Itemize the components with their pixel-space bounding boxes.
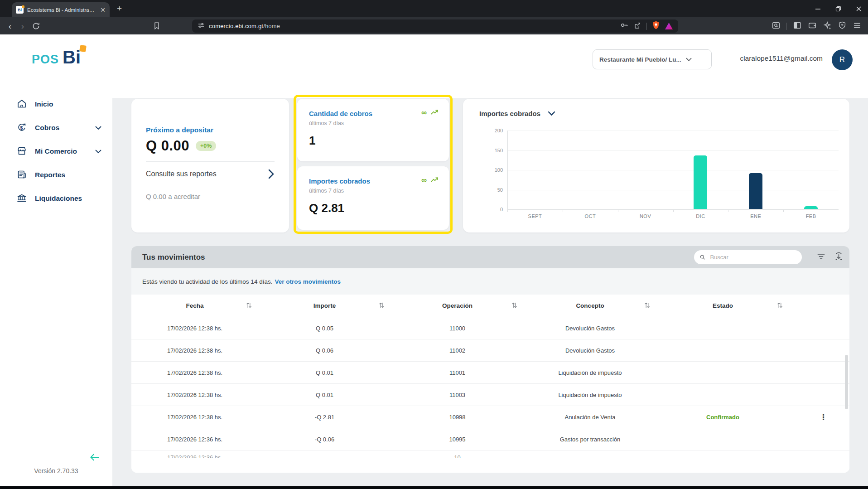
cell-operacion: 10 bbox=[391, 450, 524, 473]
sidebar-item-reportes[interactable]: Reportes bbox=[0, 163, 112, 187]
sidebar-item-mi-comercio[interactable]: Mi Comercio bbox=[0, 140, 112, 163]
chevron-down-icon bbox=[95, 124, 101, 132]
reload-button[interactable] bbox=[32, 22, 40, 30]
search-input[interactable] bbox=[709, 253, 796, 261]
export-icon[interactable] bbox=[834, 252, 843, 262]
y-axis-tick: 100 bbox=[495, 167, 503, 173]
see-other-movements-link[interactable]: Ver otros movimientos bbox=[275, 278, 341, 285]
collections-icon: $ bbox=[16, 122, 28, 134]
sidebar-collapse-button[interactable] bbox=[89, 452, 101, 464]
cell-concepto: Liquidación de impuesto bbox=[524, 362, 656, 383]
chevron-down-icon bbox=[95, 147, 101, 155]
logo-orange-dot bbox=[79, 45, 87, 52]
table-row[interactable]: 17/02/2026 12:38 hs.Q 0.0611002Devolució… bbox=[131, 339, 849, 362]
brave-rewards-icon[interactable] bbox=[665, 23, 673, 29]
tab-close-icon[interactable]: ✕ bbox=[100, 7, 106, 13]
share-icon[interactable] bbox=[633, 21, 641, 31]
table-row[interactable]: 17/02/2026 12:38 hs.Q 0.0111003Liquidaci… bbox=[131, 384, 849, 406]
cell-estado bbox=[656, 362, 789, 383]
merchant-selector-label: Restaurante Mi Pueblo/ Lu... bbox=[599, 56, 681, 63]
window-close-button[interactable] bbox=[856, 6, 862, 12]
table-row[interactable]: 17/02/2026 12:38 hs.Q 0.0511000Devolució… bbox=[131, 317, 849, 339]
column-header-label: Importe bbox=[313, 302, 336, 309]
bookmark-icon[interactable] bbox=[153, 22, 161, 30]
table-row[interactable]: 17/02/2026 12:36 hs.-Q 0.0610995Gastos p… bbox=[131, 428, 849, 450]
sidebar-item-liquidaciones[interactable]: Liquidaciones bbox=[0, 187, 112, 210]
column-header-fecha: Fecha bbox=[131, 295, 258, 317]
chevron-down-icon[interactable] bbox=[548, 111, 555, 116]
bar-chart: 050100150200SEPTOCTNOVDICENEFEB bbox=[507, 131, 839, 209]
cell-fecha: 17/02/2026 12:38 hs. bbox=[131, 406, 258, 428]
x-axis-label: SEPT bbox=[528, 213, 542, 219]
brave-shield-icon[interactable] bbox=[652, 21, 660, 31]
window-minimize-button[interactable] bbox=[815, 6, 821, 12]
x-axis-label: DIC bbox=[696, 213, 705, 219]
sidebar-item-label: Liquidaciones bbox=[35, 194, 101, 203]
table-scrollbar[interactable] bbox=[845, 355, 848, 409]
storefront-icon bbox=[16, 145, 28, 157]
gridline: 200 bbox=[507, 131, 839, 131]
activity-notice: Estás viendo tu actividad de los últimos… bbox=[131, 268, 849, 295]
chevron-down-icon bbox=[686, 58, 692, 62]
wallet-icon[interactable] bbox=[808, 21, 817, 32]
browser-tab[interactable]: Bi Ecosistema Bi - Administrador ✕ bbox=[12, 2, 110, 17]
sort-icon[interactable] bbox=[379, 302, 385, 310]
movements-section: Tus movimientos Estás viendo tu activida… bbox=[131, 246, 849, 473]
column-header-label: Fecha bbox=[186, 302, 203, 309]
consult-reports-label: Consulte sus reportes bbox=[146, 170, 217, 178]
back-button[interactable]: ‹ bbox=[4, 22, 16, 30]
new-tab-button[interactable]: + bbox=[117, 4, 122, 14]
sort-icon[interactable] bbox=[644, 302, 650, 310]
sort-icon[interactable] bbox=[777, 302, 783, 310]
deposit-card-title: Próximo a depositar bbox=[146, 126, 275, 134]
cell-importe: Q 0.01 bbox=[258, 362, 391, 383]
cell-concepto: Devolución Gastos bbox=[524, 317, 656, 339]
sidebar-item-cobros[interactable]: $Cobros bbox=[0, 116, 112, 140]
metric-card-value: Q 2.81 bbox=[309, 201, 437, 215]
cell-fecha: 17/02/2026 12:36 hs. bbox=[131, 428, 258, 450]
vpn-shield-icon[interactable] bbox=[838, 21, 847, 32]
metric-card[interactable]: Cantidad de cobros∞últimos 7 días1 bbox=[297, 99, 449, 161]
divider bbox=[786, 23, 787, 30]
merchant-selector[interactable]: Restaurante Mi Pueblo/ Lu... bbox=[593, 49, 712, 69]
search-tabs-icon[interactable] bbox=[772, 21, 781, 32]
metric-card[interactable]: Importes cobrados∞últimos 7 díasQ 2.81 bbox=[297, 166, 449, 230]
password-key-icon[interactable] bbox=[620, 21, 628, 31]
y-axis-tick: 0 bbox=[500, 207, 503, 212]
address-bar[interactable]: comercio.ebi.com.gt/home bbox=[192, 19, 678, 33]
divider bbox=[646, 23, 647, 30]
x-axis-label: NOV bbox=[640, 213, 651, 219]
sort-icon[interactable] bbox=[511, 302, 517, 310]
bar-feb bbox=[804, 206, 818, 209]
trend-up-icon bbox=[430, 176, 439, 184]
consult-reports-link[interactable]: Consulte sus reportes bbox=[146, 169, 275, 179]
column-header-label: Concepto bbox=[576, 302, 604, 309]
site-settings-icon[interactable] bbox=[198, 22, 205, 31]
avatar[interactable]: R bbox=[832, 49, 853, 70]
sort-icon[interactable] bbox=[246, 302, 252, 310]
sidebar-panel-icon[interactable] bbox=[793, 21, 802, 32]
cell-operacion: 10995 bbox=[391, 428, 524, 450]
app-version: Versión 2.70.33 bbox=[0, 467, 112, 474]
cell-importe: Q 0.01 bbox=[258, 384, 391, 406]
metric-card-subtitle: últimos 7 días bbox=[309, 188, 437, 194]
row-menu-kebab-icon[interactable]: ⋮ bbox=[820, 406, 828, 428]
menu-hamburger-icon[interactable] bbox=[853, 21, 862, 32]
forward-button[interactable]: › bbox=[16, 22, 29, 30]
divider bbox=[20, 458, 93, 458]
window-restore-button[interactable] bbox=[835, 6, 841, 12]
metric-card-icons: ∞ bbox=[421, 109, 439, 117]
cell-importe: Q 0.05 bbox=[258, 317, 391, 339]
movements-table-body: 17/02/2026 12:38 hs.Q 0.0511000Devolució… bbox=[131, 317, 849, 473]
sidebar-item-inicio[interactable]: Inicio bbox=[0, 92, 112, 116]
pos-bi-logo: POSBi bbox=[0, 47, 112, 68]
movements-search[interactable] bbox=[694, 250, 802, 264]
leo-ai-icon[interactable] bbox=[823, 21, 832, 32]
filter-icon[interactable] bbox=[817, 253, 825, 262]
table-row[interactable]: 17/02/2026 12:38 hs.-Q 2.8110998Anulació… bbox=[131, 406, 849, 428]
tab-title: Ecosistema Bi - Administrador bbox=[27, 7, 96, 13]
table-row[interactable]: 17/02/2026 12:38 hs.Q 0.0111001Liquidaci… bbox=[131, 362, 849, 384]
x-axis-tick bbox=[783, 209, 784, 212]
search-icon bbox=[699, 254, 705, 261]
report-icon bbox=[16, 169, 28, 181]
